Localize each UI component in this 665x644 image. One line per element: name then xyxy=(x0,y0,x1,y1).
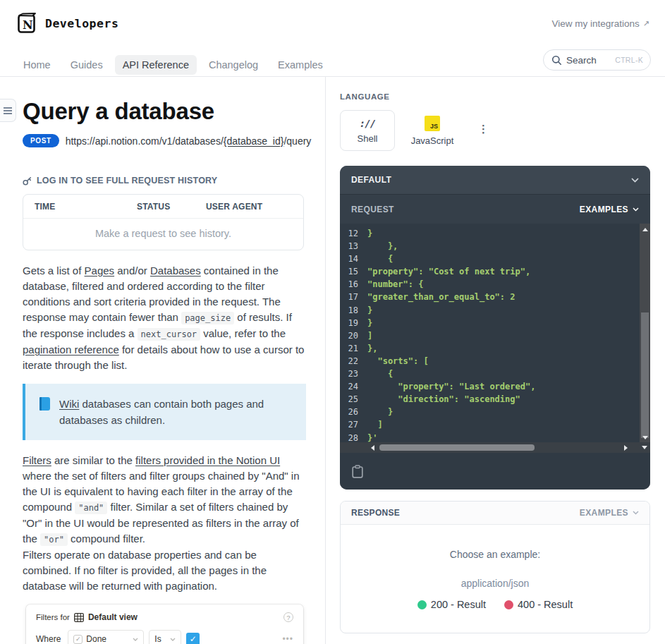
inline-text: are similar to the xyxy=(51,454,135,466)
scroll-down-arrow[interactable] xyxy=(642,446,647,449)
property-select[interactable]: ✓ Done xyxy=(68,630,144,644)
request-code-editor[interactable]: 12}13 },14 {15"property": "Cost of next … xyxy=(340,224,650,442)
nav-tab-examples[interactable]: Examples xyxy=(270,55,331,75)
response-option-400[interactable]: 400 - Result xyxy=(504,599,573,610)
page-title: Query a database xyxy=(23,98,304,125)
line-number: 21 xyxy=(340,342,358,355)
code-text: } xyxy=(367,227,372,240)
code-line: 12} xyxy=(340,227,650,240)
nav-tab-guides[interactable]: Guides xyxy=(63,55,111,75)
copy-code-button[interactable] xyxy=(352,465,363,478)
inline-text: Filters operate on database properties a… xyxy=(23,549,267,592)
language-tab-shell-label: Shell xyxy=(358,133,378,144)
history-empty-message: Make a request to see history. xyxy=(23,219,303,250)
code-line: 25 "direction": "ascending" xyxy=(340,393,650,406)
inline-link[interactable]: Wiki xyxy=(59,398,79,410)
language-tab-javascript[interactable]: JS JavaScript xyxy=(405,110,460,151)
code-line: 21}, xyxy=(340,342,650,355)
example-dropdown-label: DEFAULT xyxy=(351,175,391,185)
filters-for-label: Filters for xyxy=(36,613,70,621)
code-line: 17"greater_than_or_equal_to": 2 xyxy=(340,291,650,303)
scroll-left-arrow[interactable] xyxy=(371,445,374,451)
code-line: 22 "sorts": [ xyxy=(340,355,650,367)
endpoint-url-pre: https://api.notion.com/v1/databases/ xyxy=(66,135,224,147)
inline-code: next_cursor xyxy=(138,328,200,341)
paragraph-intro: Gets a list of Pages and/or Databases co… xyxy=(23,263,306,373)
javascript-icon: JS xyxy=(425,116,440,131)
scroll-down-arrow[interactable] xyxy=(642,436,648,439)
language-tab-shell[interactable]: :// Shell xyxy=(340,110,395,151)
horizontal-scrollbar-thumb[interactable] xyxy=(379,444,535,451)
code-line: 26 } xyxy=(340,406,650,418)
property-select-value: Done xyxy=(86,634,106,644)
search-input[interactable] xyxy=(566,55,615,66)
brand[interactable]: N Developers xyxy=(17,13,118,35)
operator-select[interactable]: Is xyxy=(149,630,181,644)
line-number: 25 xyxy=(340,393,358,406)
filter-ui-screenshot: Filters for Default view ? Where ✓ xyxy=(26,604,303,644)
code-line: 15"property": "Cost of next trip", xyxy=(340,265,650,278)
line-number: 18 xyxy=(340,304,358,317)
line-number: 23 xyxy=(340,367,358,380)
login-history-note[interactable]: LOG IN TO SEE FULL REQUEST HISTORY xyxy=(23,176,304,186)
code-line: 27 ] xyxy=(340,418,650,431)
endpoint-url: https://api.notion.com/v1/databases/{dat… xyxy=(66,135,312,147)
inline-text: compound filter. xyxy=(68,533,145,545)
code-text: "number": { xyxy=(367,278,423,291)
search-box[interactable]: CTRL-K xyxy=(543,49,651,71)
horizontal-scrollbar[interactable] xyxy=(340,442,650,453)
nav-tab-changelog[interactable]: Changelog xyxy=(201,55,266,75)
response-example-options: 200 - Result 400 - Result xyxy=(417,599,573,610)
view-name-label: Default view xyxy=(88,612,138,622)
key-icon xyxy=(23,176,32,186)
request-code-panel: DEFAULT REQUEST EXAMPLES 12}13 },14 {15"… xyxy=(340,166,650,490)
code-text: }, xyxy=(367,342,377,355)
code-text: { xyxy=(367,253,393,265)
line-number: 15 xyxy=(340,265,358,278)
code-line: 28}' xyxy=(340,432,650,443)
response-option-200[interactable]: 200 - Result xyxy=(417,599,486,610)
inline-link[interactable]: Databases xyxy=(150,265,201,277)
view-integrations-link[interactable]: View my integrations ↗ xyxy=(551,18,649,29)
response-header: RESPONSE EXAMPLES xyxy=(341,502,649,525)
vertical-scrollbar-thumb[interactable] xyxy=(641,312,649,438)
topbar: N Developers View my integrations ↗ Home… xyxy=(0,0,665,77)
more-languages-menu-icon[interactable]: ⋮ xyxy=(478,123,489,135)
more-options-icon[interactable]: ••• xyxy=(282,634,293,644)
filter-card-header: Filters for Default view ? xyxy=(36,612,293,622)
code-line: 18} xyxy=(340,304,650,317)
example-dropdown[interactable]: DEFAULT xyxy=(340,166,650,194)
request-label: REQUEST xyxy=(351,205,394,214)
scroll-up-arrow[interactable] xyxy=(642,228,648,231)
response-examples-button[interactable]: EXAMPLES xyxy=(580,508,639,518)
code-text: { xyxy=(367,367,393,380)
code-text: ] xyxy=(367,329,372,342)
inline-link[interactable]: Pages xyxy=(85,265,115,277)
response-label: RESPONSE xyxy=(351,508,400,518)
nav-tab-home[interactable]: Home xyxy=(16,55,59,75)
code-line: 23 { xyxy=(340,367,650,380)
inline-link[interactable]: pagination reference xyxy=(23,344,119,356)
inline-link[interactable]: Filters xyxy=(23,454,51,466)
request-history-header: TIME STATUS USER AGENT xyxy=(23,195,303,219)
column-status: STATUS xyxy=(126,195,195,218)
nav-tab-api-reference[interactable]: API Reference xyxy=(115,55,197,75)
scroll-right-arrow[interactable] xyxy=(624,445,628,451)
external-arrow-icon: ↗ xyxy=(643,19,649,28)
request-examples-button[interactable]: EXAMPLES xyxy=(580,205,639,214)
code-panel-footer xyxy=(340,453,650,490)
inline-link[interactable]: filters provided in the Notion UI xyxy=(135,454,280,466)
operator-select-value: Is xyxy=(154,634,161,644)
sidebar-toggle-button[interactable] xyxy=(0,99,16,122)
request-header: REQUEST EXAMPLES xyxy=(340,194,650,224)
svg-text:N: N xyxy=(23,18,33,32)
request-examples-label: EXAMPLES xyxy=(580,205,628,214)
status-200-dot xyxy=(417,600,427,609)
inline-text: databases can contain both pages and dat… xyxy=(59,398,264,426)
request-history-table: TIME STATUS USER AGENT Make a request to… xyxy=(23,194,304,250)
checked-checkbox[interactable]: ✓ xyxy=(186,633,200,644)
response-option-200-label: 200 - Result xyxy=(431,599,486,610)
endpoint-url-param[interactable]: {database_id} xyxy=(224,135,284,147)
vertical-scrollbar[interactable] xyxy=(640,224,650,442)
code-text: "property": "Cost of next trip", xyxy=(367,265,530,278)
